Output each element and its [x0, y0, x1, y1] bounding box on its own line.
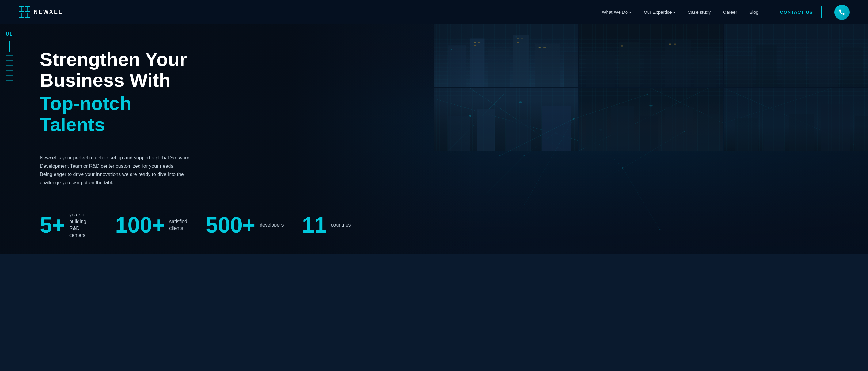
stat-developers-label: developers — [259, 222, 283, 228]
hero-content: Strengthen Your Business With Top-notch … — [0, 25, 230, 205]
svg-rect-12 — [535, 44, 560, 87]
svg-line-65 — [574, 119, 623, 168]
svg-line-63 — [500, 119, 574, 156]
nav-item-our-expertise: Our Expertise — [644, 9, 676, 15]
chevron-down-icon — [629, 12, 631, 13]
svg-rect-31 — [674, 44, 676, 45]
nav-links: What We Do Our Expertise Case study Care… — [602, 5, 849, 20]
svg-rect-28 — [694, 49, 716, 87]
svg-rect-21 — [544, 47, 546, 48]
city-panel-2 — [579, 25, 723, 87]
phone-button[interactable] — [834, 5, 849, 20]
svg-point-73 — [524, 155, 525, 157]
nav-link-career[interactable]: Career — [723, 9, 737, 15]
logo-text: NEWXEL — [34, 9, 63, 15]
svg-rect-26 — [644, 47, 662, 87]
svg-rect-25 — [619, 42, 640, 87]
stat-developers: 500+ developers — [206, 214, 302, 236]
svg-line-79 — [598, 168, 623, 180]
hero-divider — [40, 144, 190, 144]
svg-line-67 — [623, 131, 684, 168]
stat-countries-label: countries — [331, 222, 351, 228]
stats-section: 5+ years of building R&D centers 100+ sa… — [0, 205, 868, 255]
nav-item-case-study: Case study — [688, 9, 711, 15]
svg-rect-30 — [669, 44, 671, 45]
hero-description: Newxel is your perfect match to set up a… — [40, 154, 190, 187]
svg-line-70 — [524, 119, 574, 156]
svg-rect-19 — [517, 42, 519, 43]
nav-item-blog: Blog — [749, 9, 758, 15]
stat-years-label: years of building R&D centers — [69, 211, 97, 239]
svg-rect-29 — [621, 45, 623, 46]
hero-title-white: Strengthen Your Business With — [40, 49, 190, 91]
nav-link-our-expertise[interactable]: Our Expertise — [644, 9, 676, 15]
nav-item-contact: CONTACT US — [771, 6, 822, 19]
nav-item-phone — [834, 5, 849, 20]
nav-item-career: Career — [723, 9, 737, 15]
hero-section: 01 Strengthen Your Business With Top-not… — [0, 25, 868, 254]
svg-rect-20 — [538, 47, 541, 48]
logo-link[interactable]: NEWXEL — [19, 6, 63, 19]
chevron-down-icon — [673, 12, 676, 13]
nav-link-case-study[interactable]: Case study — [688, 9, 711, 15]
nav-link-what-we-do[interactable]: What We Do — [602, 9, 631, 15]
svg-rect-15 — [478, 42, 480, 43]
nav-link-blog[interactable]: Blog — [749, 9, 758, 15]
svg-line-66 — [524, 119, 574, 205]
stat-countries: 11 countries — [302, 214, 369, 236]
contact-us-button[interactable]: CONTACT US — [771, 6, 822, 19]
svg-line-69 — [487, 156, 524, 193]
svg-rect-18 — [521, 39, 523, 39]
svg-rect-11 — [514, 35, 529, 87]
svg-point-76 — [684, 130, 685, 132]
svg-rect-33 — [756, 45, 777, 87]
svg-point-71 — [572, 118, 575, 120]
svg-rect-17 — [517, 39, 519, 39]
hero-title-cyan: Top-notch Talents — [40, 93, 190, 135]
svg-point-74 — [647, 93, 648, 95]
navbar: NEWXEL What We Do Our Expertise Case stu… — [0, 0, 868, 25]
svg-rect-23 — [516, 37, 517, 37]
svg-rect-35 — [809, 39, 838, 87]
logo-icon — [19, 6, 31, 19]
stat-clients: 100+ satisfied clients — [115, 214, 206, 236]
city-panel-3 — [724, 25, 868, 87]
phone-icon — [839, 9, 845, 15]
svg-rect-36 — [841, 47, 863, 87]
stat-clients-label: satisfied clients — [169, 218, 187, 232]
stat-years: 5+ years of building R&D centers — [40, 211, 115, 239]
svg-rect-10 — [488, 49, 510, 87]
svg-line-64 — [574, 94, 647, 119]
nav-item-what-we-do: What We Do — [602, 9, 631, 15]
svg-point-75 — [499, 155, 500, 157]
svg-rect-27 — [665, 40, 690, 87]
